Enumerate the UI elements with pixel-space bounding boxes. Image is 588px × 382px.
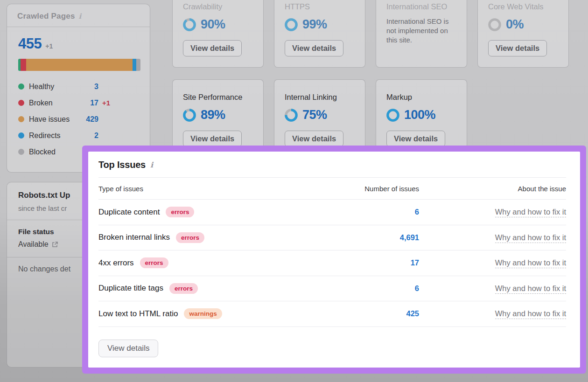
crawled-pages-stacked-bar[interactable]: [18, 59, 140, 71]
top-issues-highlight-frame: Top Issues i Type of issues Number of is…: [82, 146, 586, 374]
issue-count-link[interactable]: 4,691: [363, 233, 419, 242]
score-ring: [488, 18, 501, 31]
score-ring: [183, 18, 196, 31]
view-details-button[interactable]: View details: [98, 340, 158, 357]
view-details-button[interactable]: View details: [285, 131, 343, 147]
table-row: Broken internal links errors 4,691 Why a…: [98, 225, 566, 251]
bar-segment-have-issues: [26, 59, 132, 71]
international-seo-description: International SEO is not implemented on …: [386, 17, 456, 45]
card-title: Internal Linking: [285, 93, 355, 102]
legend-item-have-issues: Have issues 429: [18, 111, 98, 127]
view-details-button[interactable]: View details: [386, 131, 445, 147]
legend-count[interactable]: 429: [86, 115, 98, 124]
why-how-to-fix-link[interactable]: Why and how to fix it: [495, 233, 566, 243]
why-how-to-fix-link[interactable]: Why and how to fix it: [495, 309, 566, 319]
card-international-seo: International SEO International SEO is n…: [376, 0, 467, 68]
issue-count-link[interactable]: 425: [363, 309, 419, 318]
card-core-web-vitals: Core Web Vitals 0% View details: [477, 0, 569, 68]
have-issues-dot-icon: [18, 116, 24, 122]
score-ring: [183, 109, 196, 122]
issue-label: Broken internal links: [98, 233, 170, 242]
top-issues-panel: Top Issues i Type of issues Number of is…: [88, 152, 580, 368]
severity-badge: errors: [166, 207, 194, 217]
table-row: Low text to HTML ratio warnings 425 Why …: [98, 301, 566, 327]
column-about-the-issue: About the issue: [419, 185, 566, 193]
card-title: International SEO: [386, 2, 456, 11]
table-row: Duplicate title tags errors 6 Why and ho…: [98, 276, 566, 302]
card-title: Markup: [386, 93, 456, 102]
column-number-of-issues: Number of issues: [363, 185, 419, 193]
crawled-pages-delta: +1: [45, 42, 53, 50]
table-row: Duplicate content errors 6 Why and how t…: [98, 200, 566, 225]
bar-segment-broken: [21, 59, 26, 71]
legend-delta: +1: [102, 99, 110, 107]
broken-dot-icon: [18, 100, 24, 106]
external-link-icon[interactable]: [52, 241, 58, 248]
card-title: Site Performance: [183, 93, 253, 102]
legend-item-broken: Broken 17 +1: [18, 95, 98, 111]
why-how-to-fix-link[interactable]: Why and how to fix it: [495, 258, 566, 268]
view-details-button[interactable]: View details: [183, 40, 242, 56]
score-value: 100%: [404, 108, 435, 122]
top-issues-title: Top Issues: [98, 160, 146, 170]
issue-count-link[interactable]: 6: [363, 284, 419, 293]
severity-badge: errors: [140, 257, 168, 268]
top-issues-column-headers: Type of issues Number of issues About th…: [98, 178, 566, 200]
why-how-to-fix-link[interactable]: Why and how to fix it: [495, 208, 566, 217]
column-type-of-issues: Type of issues: [98, 185, 363, 193]
why-how-to-fix-link[interactable]: Why and how to fix it: [495, 284, 566, 294]
score-ring: [386, 109, 399, 122]
issue-count-link[interactable]: 17: [363, 258, 419, 267]
card-title: HTTPS: [285, 2, 355, 11]
legend-count[interactable]: 3: [94, 83, 98, 91]
redirects-dot-icon: [18, 132, 24, 139]
score-value: 0%: [506, 17, 524, 32]
table-row: 4xx errors errors 17 Why and how to fix …: [98, 250, 566, 276]
score-value: 89%: [201, 108, 225, 122]
view-details-button[interactable]: View details: [183, 131, 242, 147]
score-value: 99%: [302, 17, 327, 32]
issue-label: Duplicate content: [98, 208, 160, 217]
bar-segment-blocked: [136, 59, 140, 71]
legend-item-redirects: Redirects 2: [18, 127, 98, 144]
card-title: Crawlability: [183, 2, 253, 11]
score-ring: [285, 109, 298, 122]
severity-badge: warnings: [184, 308, 222, 319]
severity-badge: errors: [169, 283, 198, 294]
score-ring: [285, 18, 298, 31]
severity-badge: errors: [176, 232, 204, 243]
legend-item-healthy: Healthy 3: [18, 78, 98, 95]
healthy-dot-icon: [18, 83, 24, 90]
issue-label: Low text to HTML ratio: [98, 309, 178, 319]
bar-segment-redirects: [133, 59, 136, 71]
crawled-pages-title: Crawled Pages: [17, 12, 75, 21]
score-value: 75%: [302, 108, 327, 122]
blocked-dot-icon: [18, 149, 24, 155]
view-details-button[interactable]: View details: [285, 40, 343, 56]
card-https: HTTPS 99% View details: [274, 0, 365, 68]
legend-count[interactable]: 2: [94, 132, 98, 140]
info-icon[interactable]: i: [150, 160, 153, 169]
legend-count[interactable]: 17: [90, 99, 98, 107]
crawled-pages-total: 455: [18, 35, 42, 52]
info-icon[interactable]: i: [79, 12, 82, 21]
score-value: 90%: [201, 17, 225, 32]
issue-count-link[interactable]: 6: [363, 208, 419, 216]
file-status-value: Available: [18, 240, 49, 249]
issue-label: Duplicate title tags: [98, 284, 163, 293]
issue-label: 4xx errors: [98, 258, 134, 268]
view-details-button[interactable]: View details: [488, 40, 547, 56]
card-crawlability: Crawlability 90% View details: [172, 0, 264, 68]
card-title: Core Web Vitals: [488, 2, 558, 11]
